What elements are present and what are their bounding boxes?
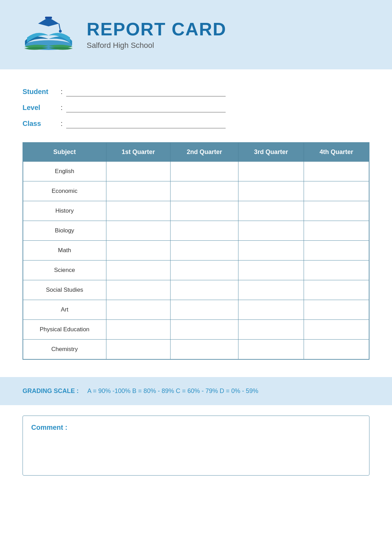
cell-q2[interactable]	[171, 300, 238, 320]
grades-table: Subject 1st Quarter 2nd Quarter 3rd Quar…	[23, 142, 369, 360]
cell-q2[interactable]	[171, 340, 238, 360]
cell-q3[interactable]	[238, 340, 304, 360]
table-header-row: Subject 1st Quarter 2nd Quarter 3rd Quar…	[23, 143, 369, 162]
student-colon: :	[61, 88, 63, 96]
cell-subject: Science	[23, 261, 106, 280]
table-row: History	[23, 201, 369, 221]
cell-q1[interactable]	[106, 300, 171, 320]
grading-scale-values: A = 90% -100% B = 80% - 89% C = 60% - 79…	[87, 387, 258, 394]
cell-subject: Social Studies	[23, 280, 106, 300]
comment-box: Comment :	[23, 416, 369, 476]
cell-q1[interactable]	[106, 221, 171, 241]
student-info: Student : Level : Class :	[23, 87, 369, 128]
cell-q3[interactable]	[238, 241, 304, 261]
cell-q2[interactable]	[171, 201, 238, 221]
cell-q4[interactable]	[304, 162, 369, 181]
level-input[interactable]	[66, 103, 226, 112]
cell-q4[interactable]	[304, 320, 369, 340]
student-input[interactable]	[66, 87, 226, 96]
cell-q4[interactable]	[304, 340, 369, 360]
col-q1: 1st Quarter	[106, 143, 171, 162]
cell-q4[interactable]	[304, 300, 369, 320]
cell-q3[interactable]	[238, 320, 304, 340]
cell-q3[interactable]	[238, 300, 304, 320]
cell-q4[interactable]	[304, 241, 369, 261]
cell-subject: Math	[23, 241, 106, 261]
cell-q3[interactable]	[238, 261, 304, 280]
table-row: Art	[23, 300, 369, 320]
cell-q1[interactable]	[106, 201, 171, 221]
grading-section: GRADING SCALE : A = 90% -100% B = 80% - …	[0, 377, 392, 405]
cell-q3[interactable]	[238, 162, 304, 181]
cell-subject: Physical Education	[23, 320, 106, 340]
cell-q1[interactable]	[106, 340, 171, 360]
cell-subject: Economic	[23, 181, 106, 201]
class-row: Class :	[23, 119, 369, 128]
cell-subject: Art	[23, 300, 106, 320]
table-row: Science	[23, 261, 369, 280]
comment-label: Comment :	[31, 424, 361, 432]
cell-q1[interactable]	[106, 181, 171, 201]
table-row: Economic	[23, 181, 369, 201]
class-input[interactable]	[66, 119, 226, 128]
cell-q1[interactable]	[106, 320, 171, 340]
cell-q4[interactable]	[304, 181, 369, 201]
logo-icon	[21, 14, 76, 56]
cell-q1[interactable]	[106, 280, 171, 300]
col-q3: 3rd Quarter	[238, 143, 304, 162]
col-q2: 2nd Quarter	[171, 143, 238, 162]
cell-q4[interactable]	[304, 261, 369, 280]
cell-q1[interactable]	[106, 162, 171, 181]
table-row: Social Studies	[23, 280, 369, 300]
cell-subject: Chemistry	[23, 340, 106, 360]
cell-q2[interactable]	[171, 162, 238, 181]
cell-q4[interactable]	[304, 221, 369, 241]
level-colon: :	[61, 104, 63, 112]
cell-q3[interactable]	[238, 221, 304, 241]
col-q4: 4th Quarter	[304, 143, 369, 162]
cell-q2[interactable]	[171, 320, 238, 340]
svg-point-4	[59, 30, 62, 33]
table-row: Chemistry	[23, 340, 369, 360]
student-row: Student :	[23, 87, 369, 96]
cell-q3[interactable]	[238, 201, 304, 221]
cell-q4[interactable]	[304, 201, 369, 221]
header-text: REPORT CARD Salford High School	[87, 19, 226, 50]
class-label: Class	[23, 120, 61, 128]
cell-q2[interactable]	[171, 280, 238, 300]
cell-q2[interactable]	[171, 241, 238, 261]
cell-q2[interactable]	[171, 261, 238, 280]
school-name: Salford High School	[87, 41, 226, 50]
grading-scale-label: GRADING SCALE : A = 90% -100% B = 80% - …	[23, 387, 258, 394]
cell-q2[interactable]	[171, 221, 238, 241]
main-content: Student : Level : Class : Subject 1st Qu…	[0, 69, 392, 377]
cell-q3[interactable]	[238, 181, 304, 201]
cell-q4[interactable]	[304, 280, 369, 300]
cell-subject: English	[23, 162, 106, 181]
cell-q1[interactable]	[106, 261, 171, 280]
table-row: English	[23, 162, 369, 181]
cell-subject: History	[23, 201, 106, 221]
cell-subject: Biology	[23, 221, 106, 241]
grading-label: GRADING SCALE :	[23, 387, 79, 394]
comment-section: Comment :	[0, 405, 392, 496]
student-label: Student	[23, 88, 61, 96]
cell-q2[interactable]	[171, 181, 238, 201]
level-label: Level	[23, 104, 61, 112]
logo	[21, 14, 76, 56]
class-colon: :	[61, 120, 63, 128]
cell-q1[interactable]	[106, 241, 171, 261]
page-title: REPORT CARD	[87, 19, 226, 39]
svg-rect-2	[45, 17, 52, 19]
table-row: Math	[23, 241, 369, 261]
col-subject: Subject	[23, 143, 106, 162]
table-row: Physical Education	[23, 320, 369, 340]
table-row: Biology	[23, 221, 369, 241]
header: REPORT CARD Salford High School	[0, 0, 392, 69]
svg-line-3	[59, 24, 60, 31]
level-row: Level :	[23, 103, 369, 112]
cell-q3[interactable]	[238, 280, 304, 300]
comment-textarea[interactable]	[31, 435, 361, 466]
